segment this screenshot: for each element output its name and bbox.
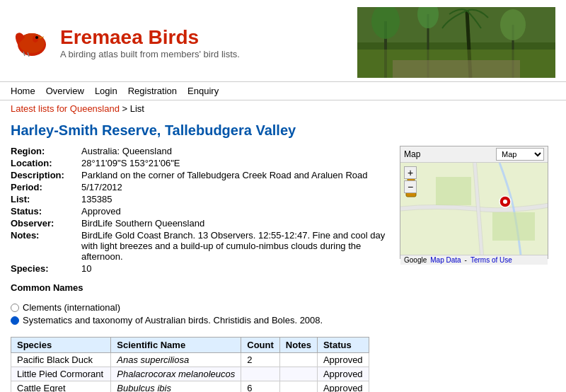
cell-status: Approved: [317, 381, 369, 393]
map-container[interactable]: Map Map Satellite: [400, 146, 548, 259]
location-row: Location: 28°11'09"S 153°21'06"E: [11, 158, 389, 168]
map-section: Map Map Satellite: [400, 146, 555, 275]
table-row: Little Pied CormorantPhalacrocorax melan…: [11, 367, 369, 381]
taxonomy-options: Clements (international) Systematics and…: [0, 296, 566, 333]
breadcrumb-link[interactable]: Latest lists for Queensland: [11, 103, 120, 114]
species-table-section: Species Scientific Name Count Notes Stat…: [0, 333, 566, 392]
location-value: 28°11'09"S 153°21'06"E: [81, 158, 389, 168]
location-label: Location:: [11, 158, 81, 168]
species-count-label: Species:: [11, 263, 81, 274]
map-terms-link[interactable]: Terms of Use: [470, 256, 512, 264]
taxonomy-option-1-row: Clements (international): [11, 302, 555, 313]
svg-point-12: [500, 9, 526, 40]
list-row: List: 135385: [11, 194, 389, 204]
description-label: Description:: [11, 170, 81, 180]
cell-count: 2: [241, 353, 280, 367]
col-header-scientific: Scientific Name: [111, 338, 241, 353]
cell-species: Little Pied Cormorant: [11, 367, 111, 381]
observer-label: Observer:: [11, 218, 81, 229]
map-footer: Google Map Data - Terms of Use: [400, 255, 548, 265]
taxonomy-option-2-label: Systematics and taxonomy of Australian b…: [23, 315, 323, 325]
observer-row: Observer: BirdLife Southern Queensland: [11, 218, 389, 229]
cell-count: 6: [241, 381, 280, 393]
page-title: Harley-Smith Reserve, Tallebudgera Valle…: [0, 117, 566, 142]
nav-home[interactable]: Home: [11, 86, 35, 96]
svg-rect-17: [492, 212, 535, 241]
table-row: Pacific Black DuckAnas superciliosa2Appr…: [11, 353, 369, 367]
notes-label: Notes:: [11, 230, 81, 262]
main-content: Region: Australia: Queensland Location: …: [0, 142, 566, 279]
list-label: List:: [11, 194, 81, 204]
nav-login[interactable]: Login: [95, 86, 117, 96]
map-zoom-controls: + −: [404, 166, 417, 193]
cell-scientific: Anas superciliosa: [111, 353, 241, 367]
cell-species: Pacific Black Duck: [11, 353, 111, 367]
species-table-body: Pacific Black DuckAnas superciliosa2Appr…: [11, 353, 369, 393]
table-row: Cattle EgretBubulcus ibis6Approved: [11, 381, 369, 393]
period-label: Period:: [11, 182, 81, 192]
site-title: Eremaea Birds: [60, 26, 240, 49]
map-zoom-out-button[interactable]: −: [404, 180, 417, 193]
cell-status: Approved: [317, 367, 369, 381]
site-title-block: Eremaea Birds A birding atlas built from…: [60, 26, 240, 59]
taxonomy-radio-2[interactable]: [11, 316, 19, 325]
cell-notes: [279, 353, 317, 367]
map-body[interactable]: + −: [400, 163, 548, 255]
nav-registration[interactable]: Registration: [128, 86, 177, 96]
nav-overview[interactable]: Overview: [46, 86, 84, 96]
svg-point-3: [35, 36, 38, 39]
svg-point-19: [503, 200, 507, 204]
table-header-row: Species Scientific Name Count Notes Stat…: [11, 338, 369, 353]
map-title-bar: Map Map Satellite: [400, 146, 548, 163]
col-header-count: Count: [241, 338, 280, 353]
species-row: Species: 10: [11, 263, 389, 274]
map-data-link[interactable]: Map Data: [430, 256, 461, 264]
period-row: Period: 5/17/2012: [11, 182, 389, 192]
description-value: Parkland on the corner of Tallebudgera C…: [81, 170, 389, 180]
map-zoom-in-button[interactable]: +: [404, 166, 417, 179]
breadcrumb: Latest lists for Queensland > List: [0, 100, 566, 117]
col-header-notes: Notes: [279, 338, 317, 353]
logo-bird-icon: [11, 23, 53, 62]
svg-rect-14: [393, 60, 520, 78]
region-label: Region:: [11, 146, 81, 156]
species-table: Species Scientific Name Count Notes Stat…: [11, 337, 369, 392]
cell-scientific: Bubulcus ibis: [111, 381, 241, 393]
breadcrumb-current: List: [130, 103, 144, 114]
notes-value: BirdLife Gold Coast Branch. 13 Observers…: [81, 230, 389, 262]
taxonomy-option-2-row: Systematics and taxonomy of Australian b…: [11, 315, 555, 325]
observer-value: BirdLife Southern Queensland: [81, 218, 389, 229]
taxonomy-option-1-label: Clements (international): [23, 302, 120, 313]
cell-notes: [279, 367, 317, 381]
cell-status: Approved: [317, 353, 369, 367]
status-label: Status:: [11, 206, 81, 217]
svg-rect-16: [436, 177, 471, 205]
list-value: 135385: [81, 194, 389, 204]
col-header-species: Species: [11, 338, 111, 353]
header-image: [357, 7, 555, 78]
period-value: 5/17/2012: [81, 182, 389, 192]
region-row: Region: Australia: Queensland: [11, 146, 389, 156]
taxonomy-radio-1[interactable]: [11, 304, 19, 312]
map-separator: -: [465, 256, 467, 264]
status-value: Approved: [81, 206, 389, 217]
cell-count: [241, 367, 280, 381]
site-header: Eremaea Birds A birding atlas built from…: [0, 0, 566, 81]
map-google-label: Google: [404, 256, 427, 264]
status-row: Status: Approved: [11, 206, 389, 217]
common-names-label: Common Names: [11, 282, 83, 293]
description-row: Description: Parkland on the corner of T…: [11, 170, 389, 180]
map-type-dropdown[interactable]: Map Satellite: [496, 148, 544, 161]
notes-row: Notes: BirdLife Gold Coast Branch. 13 Ob…: [11, 230, 389, 262]
nav-enquiry[interactable]: Enquiry: [187, 86, 219, 96]
cell-species: Cattle Egret: [11, 381, 111, 393]
map-title-label: Map: [404, 149, 420, 159]
col-header-status: Status: [317, 338, 369, 353]
info-section: Region: Australia: Queensland Location: …: [11, 146, 389, 275]
navigation: Home Overview Login Registration Enquiry: [0, 81, 566, 100]
cell-notes: [279, 381, 317, 393]
cell-scientific: Phalacrocorax melanoleucos: [111, 367, 241, 381]
common-names-section: Common Names: [0, 279, 566, 296]
site-subtitle: A birding atlas built from members' bird…: [60, 49, 240, 59]
region-value: Australia: Queensland: [81, 146, 389, 156]
